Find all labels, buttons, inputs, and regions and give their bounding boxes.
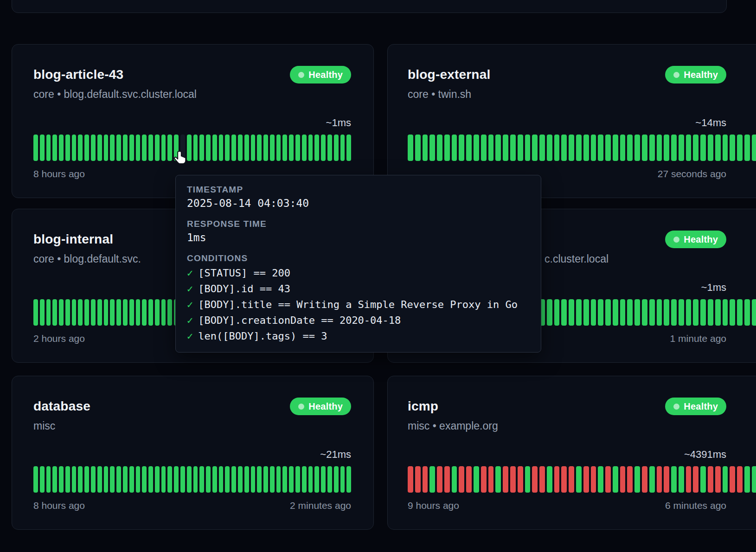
service-name[interactable]: blog-article-43 (33, 67, 123, 82)
status-bar[interactable] (206, 135, 211, 161)
status-bar[interactable] (123, 135, 128, 161)
status-bar[interactable] (97, 466, 102, 493)
status-bar[interactable] (340, 466, 345, 493)
status-bar[interactable] (46, 466, 51, 493)
status-bar[interactable] (206, 466, 211, 493)
status-bar[interactable] (547, 299, 552, 326)
status-bar[interactable] (148, 466, 153, 493)
status-bar[interactable] (679, 466, 684, 493)
status-bar[interactable] (65, 135, 70, 161)
status-bar[interactable] (627, 135, 633, 161)
status-bar[interactable] (219, 466, 224, 493)
status-bar[interactable] (52, 466, 57, 493)
status-bar[interactable] (671, 299, 677, 326)
status-bar[interactable] (437, 135, 442, 161)
status-bar[interactable] (708, 135, 713, 161)
status-bar[interactable] (700, 466, 706, 493)
status-bar[interactable] (466, 135, 472, 161)
status-bar[interactable] (723, 466, 728, 493)
status-bar[interactable] (437, 466, 442, 493)
status-bar[interactable] (276, 135, 281, 161)
status-bar[interactable] (116, 299, 121, 326)
status-bar[interactable] (561, 466, 567, 493)
status-bar[interactable] (97, 299, 102, 326)
status-bar[interactable] (334, 466, 339, 493)
status-bar[interactable] (649, 466, 655, 493)
status-bar[interactable] (263, 135, 268, 161)
status-bar[interactable] (59, 466, 64, 493)
status-bar[interactable] (444, 466, 450, 493)
status-bar[interactable] (270, 135, 275, 161)
status-bar[interactable] (613, 299, 618, 326)
status-bar[interactable] (65, 466, 70, 493)
status-bar[interactable] (686, 466, 692, 493)
status-bar[interactable] (752, 299, 756, 326)
status-bar[interactable] (78, 135, 83, 161)
status-bar[interactable] (408, 466, 413, 493)
status-bar[interactable] (155, 135, 160, 161)
status-bar[interactable] (225, 135, 230, 161)
status-bar[interactable] (84, 466, 89, 493)
status-bar[interactable] (123, 299, 128, 326)
status-bar[interactable] (429, 135, 435, 161)
status-bar[interactable] (257, 466, 262, 493)
status-bar[interactable] (744, 466, 750, 493)
status-bar[interactable] (642, 466, 647, 493)
status-bar[interactable] (591, 299, 596, 326)
status-bar[interactable] (744, 135, 750, 161)
status-bar[interactable] (664, 135, 669, 161)
status-bar[interactable] (408, 135, 413, 161)
status-bar[interactable] (346, 466, 351, 493)
status-bar[interactable] (415, 135, 421, 161)
status-bar[interactable] (605, 299, 611, 326)
status-bar[interactable] (730, 135, 735, 161)
status-bar[interactable] (671, 466, 677, 493)
status-bar[interactable] (693, 299, 698, 326)
status-bar[interactable] (346, 135, 351, 161)
status-bar[interactable] (110, 466, 115, 493)
status-bar[interactable] (289, 466, 294, 493)
status-bar[interactable] (576, 466, 582, 493)
status-bar[interactable] (33, 135, 38, 161)
status-bar[interactable] (634, 466, 640, 493)
status-bar[interactable] (679, 135, 684, 161)
status-bar[interactable] (302, 466, 307, 493)
status-bar[interactable] (91, 466, 96, 493)
status-bar[interactable] (679, 299, 684, 326)
status-bar[interactable] (569, 299, 574, 326)
status-bar[interactable] (167, 299, 172, 326)
status-bar[interactable] (547, 135, 552, 161)
status-bar[interactable] (78, 466, 83, 493)
status-bar[interactable] (613, 466, 618, 493)
status-bar[interactable] (525, 466, 531, 493)
status-bar[interactable] (737, 135, 743, 161)
status-bar[interactable] (583, 135, 589, 161)
status-bar[interactable] (495, 466, 501, 493)
status-bar[interactable] (693, 466, 698, 493)
status-bar[interactable] (174, 466, 179, 493)
status-bar[interactable] (40, 466, 45, 493)
status-bar[interactable] (33, 299, 38, 326)
status-bar[interactable] (142, 466, 147, 493)
status-bar[interactable] (686, 135, 692, 161)
status-bar[interactable] (518, 466, 523, 493)
status-bar[interactable] (308, 466, 313, 493)
service-card-icmp[interactable]: icmp Healthy misc • example.org ~4391ms … (387, 376, 756, 530)
status-bar[interactable] (488, 466, 494, 493)
status-bar[interactable] (289, 135, 294, 161)
status-bar[interactable] (730, 299, 735, 326)
status-bar[interactable] (466, 466, 472, 493)
status-bar[interactable] (518, 135, 523, 161)
status-bar[interactable] (583, 299, 589, 326)
status-bar[interactable] (148, 299, 153, 326)
status-bar[interactable] (225, 466, 230, 493)
status-bar[interactable] (52, 135, 57, 161)
status-bar[interactable] (270, 466, 275, 493)
service-card-database[interactable]: database Healthy misc ~21ms 8 hours ago … (12, 376, 374, 530)
status-bar[interactable] (547, 466, 552, 493)
status-bar[interactable] (142, 299, 147, 326)
status-bar[interactable] (708, 299, 713, 326)
status-bar[interactable] (723, 135, 728, 161)
status-bar[interactable] (167, 466, 172, 493)
status-bar[interactable] (327, 135, 332, 161)
